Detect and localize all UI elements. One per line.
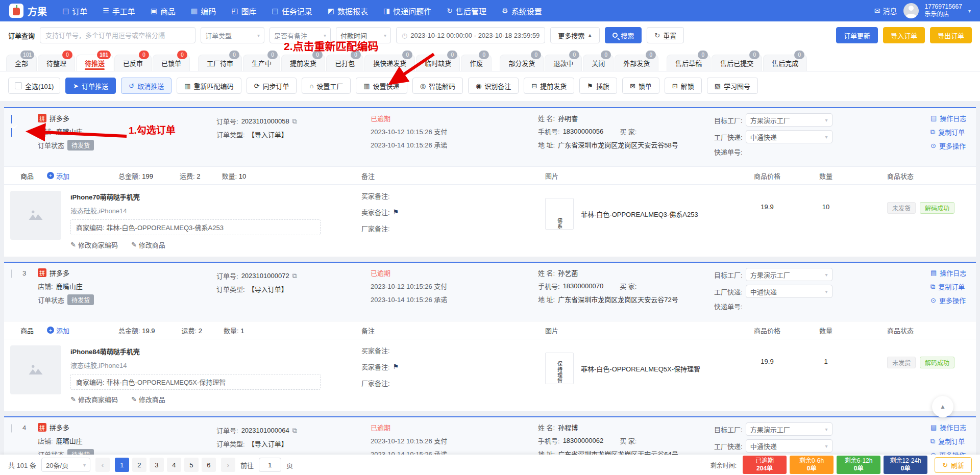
tab-g1-2[interactable]: 101 待推送 — [76, 55, 113, 71]
nav-item-6[interactable]: ◩ 数据报表 — [328, 6, 368, 16]
order-0-add-product-link[interactable]: +添加 — [47, 171, 69, 181]
tab-g4-0[interactable]: 0 售后草稿 — [667, 55, 710, 71]
toolbar-button-6[interactable]: ◎ 智能解码 — [412, 78, 463, 94]
brand[interactable]: 方果 — [9, 4, 47, 18]
order-0-log-link[interactable]: ▤操作日志 — [930, 113, 976, 123]
search-button[interactable]: 搜索 — [605, 27, 642, 43]
order-0-edit-code-link[interactable]: ✎修改商家编码 — [70, 240, 118, 249]
page-button-2[interactable]: 3 — [150, 458, 164, 472]
filter-right-button-0[interactable]: 订单更新 — [836, 27, 878, 43]
toolbar-button-9[interactable]: ⚑ 插旗 — [579, 78, 617, 94]
tab-g3-3[interactable]: 0 外部发货 — [615, 55, 658, 71]
toolbar-button-7[interactable]: ◉ 识别备注 — [468, 78, 519, 94]
tab-g2-0[interactable]: 0 工厂待审 — [198, 55, 242, 71]
toolbar-button-11[interactable]: ⊡ 解锁 — [665, 78, 702, 94]
tab-g1-4[interactable]: 0 已锁单 — [153, 55, 190, 71]
goto-page-input[interactable] — [259, 458, 281, 472]
order-0-copy-order-link[interactable]: ⧉复制订单 — [930, 127, 976, 137]
tab-g1-0[interactable]: 101 全部 — [6, 55, 37, 71]
filter-right-button-2[interactable]: 导出订单 — [930, 27, 972, 43]
page-button-0[interactable]: 1 — [115, 458, 129, 472]
order-search-input[interactable] — [40, 27, 195, 43]
order-2-copy-order-link[interactable]: ⧉复制订单 — [930, 436, 976, 446]
user-menu-caret-icon[interactable]: ▾ — [968, 8, 971, 14]
nav-item-3[interactable]: ▥ 编码 — [191, 6, 216, 16]
date-range-picker[interactable]: ◷ 2023-10-12 00:00:00 - 2023-10-18 23:59… — [396, 27, 545, 43]
tab-g3-0[interactable]: 0 部分发货 — [500, 55, 544, 71]
tab-g2-3[interactable]: 0 已打包 — [326, 55, 363, 71]
nav-item-8[interactable]: ↻ 售后管理 — [447, 6, 486, 16]
order-0-edit-product-link[interactable]: ✎修改商品 — [131, 240, 165, 249]
order-2-checkbox[interactable] — [11, 424, 12, 433]
toolbar-button-0[interactable]: ➤ 订单推送 — [65, 78, 116, 94]
order-0-checkbox[interactable] — [11, 115, 22, 137]
tab-g4-1[interactable]: 0 售后已提交 — [712, 55, 762, 71]
messages-button[interactable]: ✉ 消息 — [874, 6, 897, 16]
toolbar-button-8[interactable]: ⊟ 提前发货 — [524, 78, 574, 94]
order-1-courier-select[interactable]: 中通快递▾ — [746, 285, 832, 298]
refresh-button[interactable]: ↻ 刷新 — [935, 457, 972, 473]
code-image-thumb[interactable]: 佛系 — [545, 198, 574, 230]
order-1-add-product-link[interactable]: +添加 — [47, 326, 69, 335]
tab-g1-3[interactable]: 0 已反审 — [114, 55, 152, 71]
select-all-checkbox[interactable] — [15, 82, 22, 89]
page-button-4[interactable]: 5 — [184, 458, 199, 472]
tab-g1-1[interactable]: 0 待整理 — [38, 55, 75, 71]
pay-time-select[interactable]: 付款时间▾ — [336, 27, 391, 43]
more-search-button[interactable]: 更多搜索 ▲ — [550, 27, 600, 43]
order-1-factory-select[interactable]: 方果演示工厂▾ — [746, 268, 832, 281]
page-button-1[interactable]: 2 — [132, 458, 146, 472]
reset-button[interactable]: ↻ 重置 — [647, 27, 684, 43]
order-2-factory-select[interactable]: 方果演示工厂▾ — [746, 422, 832, 436]
nav-item-2[interactable]: ▣ 商品 — [151, 6, 176, 16]
nav-item-7[interactable]: ◨ 快递问题件 — [383, 6, 431, 16]
toolbar-button-4[interactable]: ⌂ 设置工厂 — [302, 78, 351, 94]
toolbar-button-3[interactable]: ⟳ 同步订单 — [247, 78, 297, 94]
order-1-log-link[interactable]: ▤操作日志 — [930, 268, 976, 278]
order-1-copy-order-link[interactable]: ⧉复制订单 — [930, 282, 976, 291]
tab-g2-1[interactable]: 0 生产中 — [243, 55, 280, 71]
tab-g3-2[interactable]: 0 关闭 — [583, 55, 614, 71]
order-2-courier-select[interactable]: 中通快递▾ — [746, 439, 832, 453]
copy-icon[interactable]: ⧉ — [292, 272, 297, 280]
nav-item-9[interactable]: ⚙ 系统设置 — [502, 6, 542, 16]
copy-icon[interactable]: ⧉ — [292, 427, 297, 435]
scroll-top-button[interactable]: ▲ — [932, 396, 953, 417]
code-image-thumb[interactable]: 保持理智 — [545, 353, 574, 384]
select-all[interactable]: 全选(101) — [8, 78, 60, 94]
nav-item-1[interactable]: ☰ 手工单 — [103, 6, 135, 16]
order-0-more-ops-link[interactable]: ⊙更多操作 — [930, 141, 976, 151]
avatar[interactable] — [903, 3, 919, 18]
copy-icon[interactable]: ⧉ — [292, 117, 297, 126]
order-0-factory-select[interactable]: 方果演示工厂▾ — [746, 113, 832, 127]
toolbar-button-2[interactable]: ▥ 重新匹配编码 — [177, 78, 241, 94]
page-button-3[interactable]: 4 — [167, 458, 181, 472]
order-1-checkbox[interactable] — [11, 269, 12, 278]
nav-item-4[interactable]: ◰ 图库 — [231, 6, 256, 16]
user-info[interactable]: 17769715667 乐乐的店 — [925, 3, 962, 18]
toolbar-button-12[interactable]: ▧ 学习图号 — [707, 78, 758, 94]
prev-page-button[interactable]: ‹ — [95, 458, 110, 472]
order-type-select[interactable]: 订单类型▾ — [201, 27, 264, 43]
page-button-5[interactable]: 6 — [202, 458, 216, 472]
toolbar-button-10[interactable]: ⊠ 锁单 — [622, 78, 659, 94]
order-2-log-link[interactable]: ▤操作日志 — [930, 422, 976, 432]
tab-g2-4[interactable]: 0 换快递发货 — [364, 55, 415, 71]
tab-g4-2[interactable]: 0 售后完成 — [763, 55, 807, 71]
toolbar-button-1[interactable]: ↺ 取消推送 — [121, 78, 172, 94]
order-1-more-ops-link[interactable]: ⊙更多操作 — [930, 295, 976, 305]
nav-item-0[interactable]: ▤ 订单 — [62, 6, 87, 16]
order-1-edit-product-link[interactable]: ✎修改商品 — [131, 394, 165, 404]
tab-g2-2[interactable]: 0 提前发货 — [281, 55, 325, 71]
order-1-edit-code-link[interactable]: ✎修改商家编码 — [70, 394, 118, 404]
tab-g2-6[interactable]: 0 作废 — [461, 55, 492, 71]
page-size-select[interactable]: 20条/页▾ — [41, 458, 90, 472]
next-page-button[interactable]: › — [221, 458, 235, 472]
tab-g2-5[interactable]: 0 临时缺货 — [416, 55, 460, 71]
nav-item-5[interactable]: ▤ 任务记录 — [272, 6, 312, 16]
has-note-select[interactable]: 是否有备注▾ — [270, 27, 331, 43]
filter-right-button-1[interactable]: 导入订单 — [883, 27, 925, 43]
tab-g3-1[interactable]: 0 退款中 — [545, 55, 582, 71]
order-0-courier-select[interactable]: 中通快递▾ — [746, 130, 832, 143]
toolbar-button-5[interactable]: ▦ 设置快递 — [356, 78, 407, 94]
